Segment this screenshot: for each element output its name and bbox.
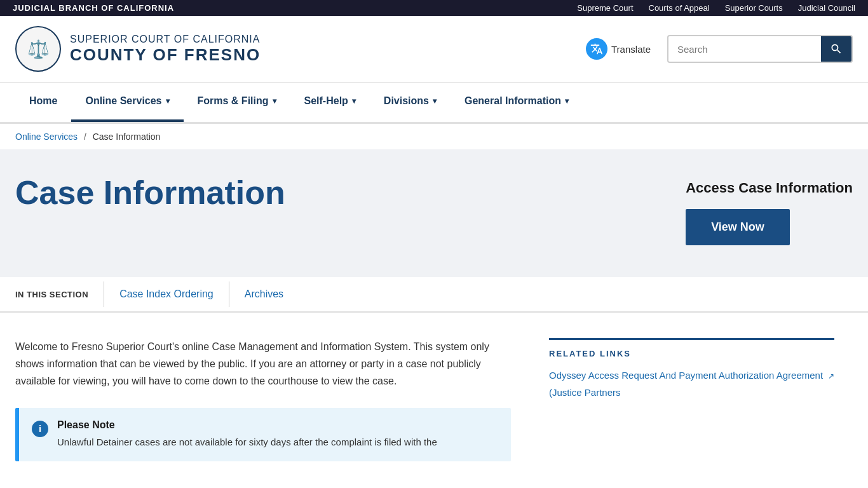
hero-sidebar: Access Case Information View Now (686, 175, 853, 245)
info-box-content: Please Note Unlawful Detainer cases are … (57, 419, 437, 450)
view-now-button[interactable]: View Now (686, 209, 790, 245)
sidebar: RELATED LINKS Odyssey Access Request And… (549, 338, 834, 402)
nav-divisions[interactable]: Divisions ▾ (370, 83, 451, 122)
access-case-info-title: Access Case Information (686, 180, 853, 196)
main-nav: Home Online Services ▾ Forms & Filing ▾ … (0, 83, 868, 124)
judicial-council-link[interactable]: Judicial Council (798, 3, 855, 13)
chevron-down-icon: ▾ (565, 97, 569, 105)
info-box-title: Please Note (57, 419, 437, 431)
nav-online-services[interactable]: Online Services ▾ (71, 83, 183, 122)
translate-label: Translate (611, 44, 651, 55)
top-bar: JUDICIAL BRANCH OF CALIFORNIA Supreme Co… (0, 0, 868, 16)
translate-icon (586, 38, 607, 60)
info-icon: i (32, 421, 48, 437)
search-container (667, 35, 853, 63)
nav-general-info[interactable]: General Information ▾ (451, 83, 583, 122)
translate-button[interactable]: Translate (578, 33, 658, 65)
main-content: Welcome to Fresno Superior Court's onlin… (15, 338, 511, 461)
info-box: i Please Note Unlawful Detainer cases ar… (15, 408, 511, 461)
brand-label: JUDICIAL BRANCH OF CALIFORNIA (13, 3, 174, 13)
breadcrumb-online-services[interactable]: Online Services (15, 132, 78, 142)
breadcrumb-current: Case Information (93, 132, 161, 142)
odyssey-link[interactable]: Odyssey Access Request And Payment Autho… (549, 369, 834, 383)
content-area: Welcome to Fresno Superior Court's onlin… (0, 313, 868, 487)
nav-self-help[interactable]: Self-Help ▾ (290, 83, 370, 122)
header-controls: Translate (578, 33, 853, 65)
chevron-down-icon: ▾ (352, 97, 356, 105)
external-link-icon: ↗ (828, 372, 834, 381)
info-box-text: Unlawful Detainer cases are not availabl… (57, 435, 437, 450)
top-nav: Supreme Court Courts of Appeal Superior … (577, 3, 855, 13)
breadcrumb-separator: / (84, 132, 86, 142)
superior-courts-link[interactable]: Superior Courts (725, 3, 783, 13)
page-title: Case Information (15, 175, 285, 211)
chevron-down-icon: ▾ (433, 97, 437, 105)
intro-paragraph: Welcome to Fresno Superior Court's onlin… (15, 338, 511, 390)
chevron-down-icon: ▾ (273, 97, 276, 105)
search-button[interactable] (821, 36, 851, 62)
search-input[interactable] (668, 37, 821, 61)
case-index-ordering-link[interactable]: Case Index Ordering (104, 277, 229, 311)
archives-link[interactable]: Archives (229, 277, 299, 311)
nav-home[interactable]: Home (15, 83, 71, 122)
hero-section: Case Information Access Case Information… (0, 149, 868, 277)
in-this-section-label: IN THIS SECTION (0, 278, 104, 311)
breadcrumb: Online Services / Case Information (0, 124, 868, 149)
court-name-bottom: COUNTY OF FRESNO (70, 45, 261, 65)
chevron-down-icon: ▾ (166, 97, 170, 105)
header: ⚖️ SUPERIOR COURT OF CALIFORNIA COUNTY O… (0, 16, 868, 83)
section-nav: IN THIS SECTION Case Index Ordering Arch… (0, 277, 868, 313)
logo-text: SUPERIOR COURT OF CALIFORNIA COUNTY OF F… (70, 34, 261, 65)
logo-area: ⚖️ SUPERIOR COURT OF CALIFORNIA COUNTY O… (15, 26, 261, 72)
justice-partners-label: (Justice Partners (549, 386, 834, 400)
nav-forms-filing[interactable]: Forms & Filing ▾ (184, 83, 290, 122)
related-links-title: RELATED LINKS (549, 338, 834, 358)
supreme-court-link[interactable]: Supreme Court (577, 3, 633, 13)
court-name-top: SUPERIOR COURT OF CALIFORNIA (70, 34, 261, 45)
court-seal: ⚖️ (15, 26, 61, 72)
courts-of-appeal-link[interactable]: Courts of Appeal (649, 3, 710, 13)
